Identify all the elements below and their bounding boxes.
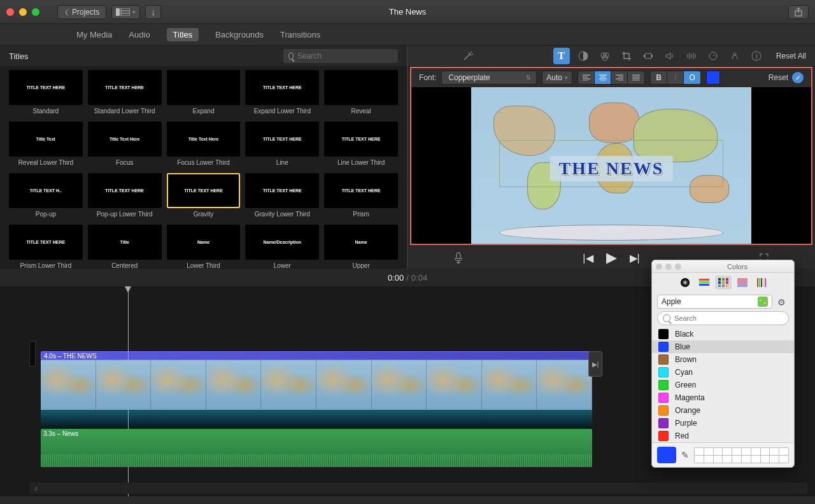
tab-my-media[interactable]: My Media xyxy=(76,30,112,39)
transition-handle[interactable]: ▶| xyxy=(588,351,602,377)
close-window[interactable] xyxy=(6,8,14,16)
viewer-panel: T i Reset All Font: Copperplate ⇅ Auto ▾ xyxy=(408,46,815,269)
volume-icon[interactable] xyxy=(662,48,678,64)
bold-button[interactable]: B xyxy=(651,71,667,84)
audio-clip[interactable]: 3.3s – News xyxy=(41,429,592,467)
outline-button[interactable]: O xyxy=(684,71,700,84)
import-button[interactable]: ↓ xyxy=(145,5,161,19)
color-palettes-tab[interactable] xyxy=(715,276,732,290)
color-search-input[interactable] xyxy=(674,314,783,322)
title-item[interactable]: Title Text HereFocus Lower Third xyxy=(167,122,241,167)
video-clip-audio[interactable] xyxy=(41,410,592,428)
search-input-wrap[interactable] xyxy=(283,49,398,63)
color-row[interactable]: Brown xyxy=(652,353,794,366)
color-slots[interactable] xyxy=(694,447,789,463)
minimize-window[interactable] xyxy=(19,8,27,16)
color-row[interactable]: Magenta xyxy=(652,391,794,404)
panel-zoom[interactable] xyxy=(675,263,681,270)
prev-button[interactable]: |◀ xyxy=(583,252,593,264)
title-label: Focus Lower Third xyxy=(167,159,241,167)
palette-select[interactable]: Apple ⌃⌄ ⚙ xyxy=(657,295,772,309)
zoom-window[interactable] xyxy=(32,8,39,16)
eyedropper-icon[interactable]: ✎ xyxy=(681,450,689,460)
align-center-icon[interactable] xyxy=(595,71,611,84)
color-wheel-tab[interactable] xyxy=(677,276,693,290)
effects-icon[interactable] xyxy=(726,48,743,64)
preview-title-text[interactable]: THE NEWS xyxy=(550,156,673,181)
color-row[interactable]: Purple xyxy=(652,417,794,430)
library-view-button[interactable]: ▾ xyxy=(111,5,140,19)
tab-titles[interactable]: Titles xyxy=(167,28,199,41)
title-item[interactable]: Title Text HereFocus xyxy=(88,122,162,167)
video-clip[interactable] xyxy=(41,360,592,410)
search-input[interactable] xyxy=(297,52,393,60)
tab-audio[interactable]: Audio xyxy=(129,30,150,39)
title-item[interactable]: Expand xyxy=(167,70,241,115)
background-music-track[interactable]: ♪ xyxy=(29,482,807,494)
title-item[interactable]: NameLower Third xyxy=(167,225,241,269)
preview-viewer[interactable]: THE NEWS xyxy=(410,87,812,245)
title-item[interactable]: TITLE TEXT H..Pop-up xyxy=(9,173,83,218)
play-button[interactable]: ▶ xyxy=(606,249,617,266)
title-clip[interactable]: 4.0s – THE NEWS xyxy=(41,351,592,360)
stabilize-icon[interactable] xyxy=(640,48,656,64)
color-row[interactable]: Red xyxy=(652,430,794,442)
tab-backgrounds[interactable]: Backgrounds xyxy=(215,30,264,39)
text-color-swatch[interactable] xyxy=(706,71,720,85)
title-item[interactable]: TITLE TEXT HEREPrism xyxy=(324,173,398,218)
font-select[interactable]: Copperplate ⇅ xyxy=(441,71,537,85)
info-icon[interactable]: i xyxy=(748,48,765,64)
chevron-down-icon: ▾ xyxy=(132,9,136,15)
current-color-swatch[interactable] xyxy=(657,447,676,463)
color-balance-icon[interactable] xyxy=(575,48,592,64)
title-item[interactable]: Title TextReveal Lower Third xyxy=(9,122,83,167)
panel-close[interactable] xyxy=(656,263,662,270)
color-row[interactable]: Black xyxy=(652,328,794,340)
title-item[interactable]: TITLE TEXT HERELine Lower Third xyxy=(324,122,398,167)
crop-icon[interactable] xyxy=(618,48,635,64)
image-palettes-tab[interactable] xyxy=(734,276,751,290)
title-item[interactable]: Reveal xyxy=(324,70,398,115)
share-button[interactable] xyxy=(788,5,809,19)
panel-min[interactable] xyxy=(665,263,672,270)
title-item[interactable]: Name/DescriptionLower xyxy=(245,225,319,269)
align-left-icon[interactable] xyxy=(578,71,595,84)
font-size-select[interactable]: Auto ▾ xyxy=(542,71,572,85)
speed-icon[interactable] xyxy=(705,48,721,64)
title-item[interactable]: TitleCentered xyxy=(88,225,162,269)
color-row[interactable]: Cyan xyxy=(652,366,794,379)
gap-clip[interactable] xyxy=(29,341,36,367)
pencils-tab[interactable] xyxy=(753,276,770,290)
tab-transitions[interactable]: Transitions xyxy=(280,30,320,39)
noise-reduction-icon[interactable] xyxy=(683,48,700,64)
color-row[interactable]: Blue xyxy=(652,340,794,353)
color-search[interactable] xyxy=(657,311,789,325)
title-item[interactable]: TITLE TEXT HERELine xyxy=(245,122,319,167)
align-right-icon[interactable] xyxy=(611,71,628,84)
enhance-icon[interactable] xyxy=(460,48,476,64)
title-item[interactable]: TITLE TEXT HEREGravity Lower Third xyxy=(245,173,319,218)
title-item[interactable]: TITLE TEXT HEREGravity xyxy=(167,173,241,218)
title-item[interactable]: TITLE TEXT HEREPrism Lower Third xyxy=(9,225,83,269)
text-inspector-icon[interactable]: T xyxy=(553,48,570,64)
italic-button[interactable]: I xyxy=(667,71,684,84)
reset-button[interactable]: Reset xyxy=(769,73,788,82)
color-sliders-tab[interactable] xyxy=(696,276,712,290)
colors-panel[interactable]: Colors Apple ⌃⌄ ⚙ BlackBlueBrownCyanGree… xyxy=(651,260,795,468)
title-item[interactable]: TITLE TEXT HEREStandard Lower Third xyxy=(88,70,162,115)
title-item[interactable]: TITLE TEXT HEREPop-up Lower Third xyxy=(88,173,162,218)
apply-check-icon[interactable]: ✓ xyxy=(792,72,804,83)
title-item[interactable]: TITLE TEXT HEREStandard xyxy=(9,70,83,115)
color-correction-icon[interactable] xyxy=(597,48,613,64)
voiceover-icon[interactable] xyxy=(453,251,464,264)
projects-button[interactable]: ❮ Projects xyxy=(57,5,106,19)
reset-all-button[interactable]: Reset All xyxy=(776,52,806,60)
next-button[interactable]: ▶| xyxy=(630,252,640,264)
gear-icon[interactable]: ⚙ xyxy=(777,297,786,307)
align-justify-icon[interactable] xyxy=(628,71,644,84)
color-row[interactable]: Orange xyxy=(652,404,794,417)
waveform xyxy=(41,454,592,467)
color-row[interactable]: Green xyxy=(652,379,794,391)
title-item[interactable]: TITLE TEXT HEREExpand Lower Third xyxy=(245,70,319,115)
title-item[interactable]: NameUpper xyxy=(324,225,398,269)
